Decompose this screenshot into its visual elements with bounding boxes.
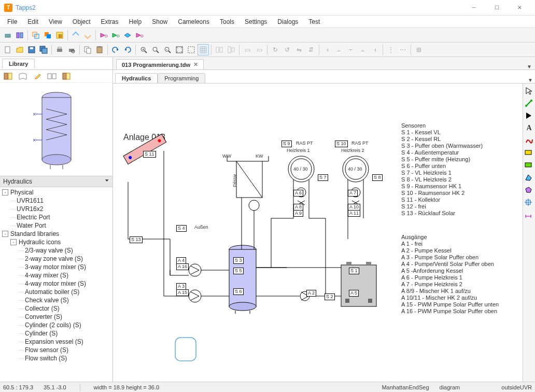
tree-item[interactable]: ⋯Electric Port: [0, 213, 112, 221]
tree-item[interactable]: ⋯Flow sensor (S): [0, 346, 112, 354]
rotate-icon[interactable]: ↻: [270, 44, 281, 55]
rotate-icon[interactable]: ↺: [281, 44, 293, 55]
tree-item[interactable]: ⋯4-way mixer (S): [0, 271, 112, 279]
flip-icon[interactable]: ⇵: [305, 44, 317, 55]
text-icon[interactable]: A: [525, 124, 534, 133]
tb1-icon[interactable]: [122, 30, 133, 41]
paste-icon[interactable]: [94, 44, 105, 55]
tree-item[interactable]: ⋯Water Port: [0, 221, 112, 230]
distribute-icon[interactable]: ⋯: [397, 44, 409, 55]
tree-item[interactable]: ⋯Collector (S): [0, 304, 112, 313]
tb1-icon[interactable]: D: [98, 30, 109, 41]
subtab-hydraulics[interactable]: Hydraulics: [115, 73, 158, 83]
align-icon[interactable]: [226, 44, 237, 55]
rect2-icon[interactable]: [525, 161, 534, 171]
close-tab-icon[interactable]: ✕: [193, 61, 198, 68]
menu-cameleons[interactable]: Cameleons: [174, 17, 214, 26]
subtab-programming[interactable]: Programming: [158, 73, 205, 83]
tree-item[interactable]: ⋯2/3-way valve (S): [0, 246, 112, 255]
minimize-button[interactable]: ─: [462, 1, 485, 15]
align-icon[interactable]: ⫟: [345, 44, 357, 55]
tb1-icon[interactable]: [42, 30, 53, 41]
tree-item[interactable]: ⋯Cylinder (2 coils) (S): [0, 321, 112, 329]
rect-icon[interactable]: [525, 149, 534, 158]
menu-extras[interactable]: Extras: [97, 17, 123, 26]
cursor-icon[interactable]: [525, 87, 534, 96]
dim-icon[interactable]: [525, 211, 534, 220]
group-icon[interactable]: ▭: [254, 44, 265, 55]
new-file-icon[interactable]: [2, 44, 13, 55]
tb1-icon[interactable]: [30, 30, 41, 41]
tb1-icon[interactable]: [14, 30, 25, 41]
tree-item[interactable]: ⋯3-way motor mixer (S): [0, 263, 112, 271]
copy-icon[interactable]: [82, 44, 93, 55]
zoom-fit-icon[interactable]: [174, 44, 185, 55]
align-icon[interactable]: [214, 44, 225, 55]
maximize-button[interactable]: ☐: [485, 1, 508, 15]
doc-dropdown-icon[interactable]: ▼: [527, 64, 532, 69]
menu-object[interactable]: Object: [68, 17, 95, 26]
align-icon[interactable]: ⫞: [321, 44, 333, 55]
tree-item[interactable]: ⋯Converter (S): [0, 313, 112, 321]
tree-item[interactable]: ⋯Automatic boiler (S): [0, 288, 112, 296]
tb1-icon[interactable]: [70, 30, 81, 41]
tb1-icon[interactable]: [2, 30, 13, 41]
tree-item[interactable]: ⋯UVR1611: [0, 197, 112, 205]
tb1-icon[interactable]: [82, 30, 93, 41]
poly2-icon[interactable]: [525, 186, 534, 195]
tree-item[interactable]: ⋯2-way zone valve (S): [0, 255, 112, 263]
document-tab[interactable]: 013 Programmierung.tdw ✕: [116, 59, 204, 69]
tree-item[interactable]: ⋯UVR16x2: [0, 205, 112, 213]
menu-settings[interactable]: Settings: [241, 17, 271, 26]
redo-icon[interactable]: [122, 44, 133, 55]
save-icon[interactable]: [26, 44, 37, 55]
flip-icon[interactable]: ⇋: [293, 44, 305, 55]
node-icon[interactable]: [525, 199, 534, 208]
distribute-icon[interactable]: ⋮: [385, 44, 397, 55]
align-icon[interactable]: ⫠: [333, 44, 345, 55]
menu-test[interactable]: Test: [304, 17, 324, 26]
menu-view[interactable]: View: [45, 17, 66, 26]
menu-dialogs[interactable]: Dialogs: [273, 17, 302, 26]
close-button[interactable]: ✕: [508, 1, 531, 15]
tb1-icon[interactable]: ▦: [54, 30, 65, 41]
menu-help[interactable]: Help: [125, 17, 146, 26]
zoom-in-icon[interactable]: +: [138, 44, 149, 55]
menu-file[interactable]: File: [3, 17, 21, 26]
subtab-dropdown-icon[interactable]: ▼: [528, 77, 533, 83]
save-all-icon[interactable]: [38, 44, 49, 55]
line-icon[interactable]: [525, 99, 534, 108]
grid-icon[interactable]: [198, 44, 209, 55]
arrow-icon[interactable]: [525, 111, 534, 121]
tree-item[interactable]: ⋯Expansion vessel (S): [0, 338, 112, 346]
undo-icon[interactable]: [110, 44, 121, 55]
tree-item[interactable]: -Physical: [0, 188, 112, 197]
library-tab[interactable]: Library: [2, 59, 35, 68]
lib-open-icon[interactable]: [18, 72, 28, 81]
tree-item[interactable]: -Standard libraries: [0, 230, 112, 238]
poly-icon[interactable]: [525, 174, 534, 183]
zoom-sel-icon[interactable]: [186, 44, 197, 55]
misc-icon[interactable]: ⊞: [413, 44, 425, 55]
open-file-icon[interactable]: [14, 44, 25, 55]
tree-item[interactable]: ⋯Flow switch (S): [0, 354, 112, 362]
drawing-canvas[interactable]: Anlage 013: [113, 83, 523, 382]
group-icon[interactable]: ▭: [242, 44, 253, 55]
menu-tools[interactable]: Tools: [216, 17, 238, 26]
tree-item[interactable]: ⋯Cylinder (S): [0, 329, 112, 338]
lib-copy-icon[interactable]: [61, 72, 72, 81]
align-icon[interactable]: ⫞: [369, 44, 381, 55]
zoom-100-icon[interactable]: [150, 44, 161, 55]
tree-item[interactable]: -Hydraulic icons: [0, 238, 112, 246]
print-icon[interactable]: [54, 44, 65, 55]
tb1-icon[interactable]: D: [134, 30, 145, 41]
menu-edit[interactable]: Edit: [23, 17, 43, 26]
lib-dup-icon[interactable]: [47, 72, 57, 81]
print-preview-icon[interactable]: [66, 44, 77, 55]
tb1-icon[interactable]: D: [110, 30, 121, 41]
zoom-out-icon[interactable]: -: [162, 44, 173, 55]
lib-edit-icon[interactable]: [32, 72, 43, 81]
menu-show[interactable]: Show: [148, 17, 172, 26]
tree-item[interactable]: ⋯Check valve (S): [0, 296, 112, 304]
lib-book-icon[interactable]: [3, 72, 13, 81]
